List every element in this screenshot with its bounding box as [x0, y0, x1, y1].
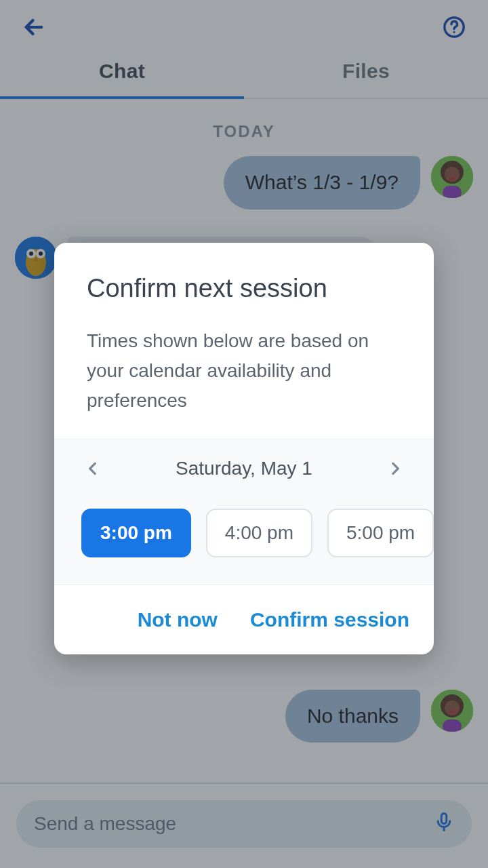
time-slot[interactable]: 4:00 pm	[206, 509, 312, 557]
app-screen: Chat Files TODAY What’s 1/3 - 1/9?	[0, 0, 488, 868]
chevron-right-icon	[386, 460, 404, 477]
confirm-session-dialog: Confirm next session Times shown below a…	[54, 243, 434, 654]
dialog-title: Confirm next session	[87, 274, 401, 303]
chevron-left-icon	[84, 460, 102, 477]
date-row: Saturday, May 1	[81, 457, 407, 480]
dialog-description: Times shown below are based on your cale…	[87, 326, 401, 416]
dialog-actions: Not now Confirm session	[54, 585, 434, 654]
time-slot[interactable]: 5:00 pm	[327, 509, 434, 557]
time-slot-list: 3:00 pm 4:00 pm 5:00 pm	[81, 509, 407, 557]
selected-date-label: Saturday, May 1	[176, 458, 312, 479]
next-day-button[interactable]	[384, 457, 407, 480]
confirm-session-button[interactable]: Confirm session	[250, 608, 409, 631]
prev-day-button[interactable]	[81, 457, 104, 480]
time-slot[interactable]: 3:00 pm	[81, 509, 191, 557]
date-picker: Saturday, May 1 3:00 pm 4:00 pm 5:00 pm	[54, 439, 434, 585]
dialog-body: Confirm next session Times shown below a…	[54, 243, 434, 439]
not-now-button[interactable]: Not now	[138, 608, 218, 631]
